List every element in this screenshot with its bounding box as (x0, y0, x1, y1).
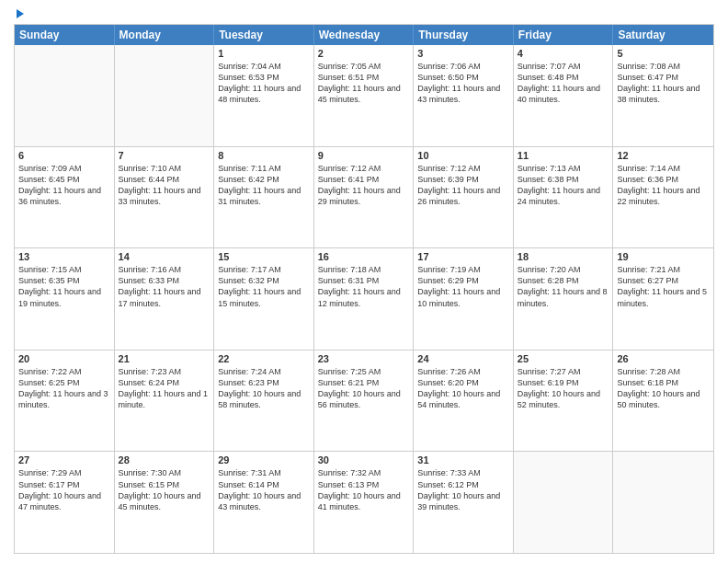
day-number: 1 (218, 48, 310, 59)
day-number: 28 (119, 454, 210, 465)
logo-triangle-icon (17, 9, 24, 18)
cell-text: Sunrise: 7:07 AM Sunset: 6:48 PM Dayligh… (518, 61, 609, 106)
calendar-header-cell: Monday (115, 25, 215, 45)
calendar-cell: 11Sunrise: 7:13 AM Sunset: 6:38 PM Dayli… (514, 147, 614, 248)
page: SundayMondayTuesdayWednesdayThursdayFrid… (0, 0, 728, 563)
cell-text: Sunrise: 7:08 AM Sunset: 6:47 PM Dayligh… (617, 61, 710, 106)
cell-text: Sunrise: 7:20 AM Sunset: 6:28 PM Dayligh… (518, 264, 609, 309)
calendar-header-cell: Tuesday (214, 25, 314, 45)
calendar-cell: 1Sunrise: 7:04 AM Sunset: 6:53 PM Daylig… (214, 45, 314, 146)
cell-text: Sunrise: 7:13 AM Sunset: 6:38 PM Dayligh… (518, 163, 609, 208)
cell-text: Sunrise: 7:04 AM Sunset: 6:53 PM Dayligh… (218, 61, 310, 106)
day-number: 23 (318, 353, 410, 364)
cell-text: Sunrise: 7:24 AM Sunset: 6:23 PM Dayligh… (218, 366, 310, 411)
day-number: 31 (417, 454, 509, 465)
day-number: 11 (518, 150, 609, 161)
calendar-header-cell: Wednesday (314, 25, 415, 45)
day-number: 3 (417, 48, 509, 59)
calendar-cell: 28Sunrise: 7:30 AM Sunset: 6:15 PM Dayli… (115, 452, 215, 553)
calendar-week: 13Sunrise: 7:15 AM Sunset: 6:35 PM Dayli… (15, 248, 713, 350)
day-number: 5 (617, 48, 710, 59)
calendar-cell: 26Sunrise: 7:28 AM Sunset: 6:18 PM Dayli… (613, 350, 713, 452)
calendar-cell (613, 452, 713, 553)
cell-text: Sunrise: 7:15 AM Sunset: 6:35 PM Dayligh… (18, 264, 110, 309)
day-number: 18 (518, 251, 609, 262)
day-number: 17 (417, 251, 509, 262)
cell-text: Sunrise: 7:31 AM Sunset: 6:14 PM Dayligh… (218, 467, 310, 512)
calendar-week: 6Sunrise: 7:09 AM Sunset: 6:45 PM Daylig… (15, 147, 713, 249)
day-number: 27 (18, 454, 110, 465)
calendar-cell: 25Sunrise: 7:27 AM Sunset: 6:19 PM Dayli… (514, 350, 614, 452)
calendar-cell: 5Sunrise: 7:08 AM Sunset: 6:47 PM Daylig… (613, 45, 713, 146)
day-number: 16 (318, 251, 410, 262)
cell-text: Sunrise: 7:18 AM Sunset: 6:31 PM Dayligh… (318, 264, 410, 309)
cell-text: Sunrise: 7:17 AM Sunset: 6:32 PM Dayligh… (218, 264, 310, 309)
cell-text: Sunrise: 7:32 AM Sunset: 6:13 PM Dayligh… (318, 467, 410, 512)
calendar-cell: 13Sunrise: 7:15 AM Sunset: 6:35 PM Dayli… (15, 248, 115, 350)
calendar-body: 1Sunrise: 7:04 AM Sunset: 6:53 PM Daylig… (15, 45, 713, 553)
cell-text: Sunrise: 7:30 AM Sunset: 6:15 PM Dayligh… (119, 467, 210, 512)
calendar-cell: 31Sunrise: 7:33 AM Sunset: 6:12 PM Dayli… (414, 452, 514, 553)
day-number: 10 (417, 150, 509, 161)
cell-text: Sunrise: 7:16 AM Sunset: 6:33 PM Dayligh… (119, 264, 210, 309)
calendar-cell: 2Sunrise: 7:05 AM Sunset: 6:51 PM Daylig… (314, 45, 415, 146)
cell-text: Sunrise: 7:14 AM Sunset: 6:36 PM Dayligh… (617, 163, 710, 208)
calendar-cell (115, 45, 215, 146)
calendar: SundayMondayTuesdayWednesdayThursdayFrid… (14, 24, 714, 554)
day-number: 25 (518, 353, 609, 364)
calendar-cell: 16Sunrise: 7:18 AM Sunset: 6:31 PM Dayli… (314, 248, 415, 350)
calendar-cell: 20Sunrise: 7:22 AM Sunset: 6:25 PM Dayli… (15, 350, 115, 452)
calendar-cell: 4Sunrise: 7:07 AM Sunset: 6:48 PM Daylig… (514, 45, 614, 146)
day-number: 12 (617, 150, 710, 161)
calendar-cell: 15Sunrise: 7:17 AM Sunset: 6:32 PM Dayli… (214, 248, 314, 350)
day-number: 14 (119, 251, 210, 262)
cell-text: Sunrise: 7:19 AM Sunset: 6:29 PM Dayligh… (417, 264, 509, 309)
calendar-header-cell: Sunday (15, 25, 115, 45)
day-number: 13 (18, 251, 110, 262)
day-number: 9 (318, 150, 410, 161)
calendar-cell: 22Sunrise: 7:24 AM Sunset: 6:23 PM Dayli… (214, 350, 314, 452)
day-number: 22 (218, 353, 310, 364)
calendar-header-cell: Friday (514, 25, 614, 45)
calendar-week: 20Sunrise: 7:22 AM Sunset: 6:25 PM Dayli… (15, 350, 713, 453)
calendar-cell: 14Sunrise: 7:16 AM Sunset: 6:33 PM Dayli… (115, 248, 215, 350)
cell-text: Sunrise: 7:26 AM Sunset: 6:20 PM Dayligh… (417, 366, 509, 411)
calendar-header-cell: Saturday (613, 25, 713, 45)
logo (14, 9, 24, 18)
cell-text: Sunrise: 7:28 AM Sunset: 6:18 PM Dayligh… (617, 366, 710, 411)
cell-text: Sunrise: 7:27 AM Sunset: 6:19 PM Dayligh… (518, 366, 609, 411)
calendar-cell: 3Sunrise: 7:06 AM Sunset: 6:50 PM Daylig… (414, 45, 514, 146)
day-number: 29 (218, 454, 310, 465)
calendar-cell: 10Sunrise: 7:12 AM Sunset: 6:39 PM Dayli… (414, 147, 514, 248)
calendar-cell: 8Sunrise: 7:11 AM Sunset: 6:42 PM Daylig… (214, 147, 314, 248)
calendar-header-cell: Thursday (414, 25, 514, 45)
calendar-cell: 30Sunrise: 7:32 AM Sunset: 6:13 PM Dayli… (314, 452, 415, 553)
calendar-cell: 23Sunrise: 7:25 AM Sunset: 6:21 PM Dayli… (314, 350, 415, 452)
cell-text: Sunrise: 7:21 AM Sunset: 6:27 PM Dayligh… (617, 264, 710, 309)
day-number: 6 (18, 150, 110, 161)
calendar-cell: 6Sunrise: 7:09 AM Sunset: 6:45 PM Daylig… (15, 147, 115, 248)
cell-text: Sunrise: 7:23 AM Sunset: 6:24 PM Dayligh… (119, 366, 210, 411)
day-number: 7 (119, 150, 210, 161)
calendar-cell: 17Sunrise: 7:19 AM Sunset: 6:29 PM Dayli… (414, 248, 514, 350)
day-number: 20 (18, 353, 110, 364)
calendar-cell: 7Sunrise: 7:10 AM Sunset: 6:44 PM Daylig… (115, 147, 215, 248)
day-number: 26 (617, 353, 710, 364)
cell-text: Sunrise: 7:09 AM Sunset: 6:45 PM Dayligh… (18, 163, 110, 208)
day-number: 15 (218, 251, 310, 262)
day-number: 30 (318, 454, 410, 465)
calendar-header-row: SundayMondayTuesdayWednesdayThursdayFrid… (15, 25, 713, 45)
day-number: 19 (617, 251, 710, 262)
calendar-cell: 19Sunrise: 7:21 AM Sunset: 6:27 PM Dayli… (613, 248, 713, 350)
calendar-cell (15, 45, 115, 146)
cell-text: Sunrise: 7:06 AM Sunset: 6:50 PM Dayligh… (417, 61, 509, 106)
calendar-cell: 24Sunrise: 7:26 AM Sunset: 6:20 PM Dayli… (414, 350, 514, 452)
day-number: 4 (518, 48, 609, 59)
cell-text: Sunrise: 7:12 AM Sunset: 6:39 PM Dayligh… (417, 163, 509, 208)
day-number: 21 (119, 353, 210, 364)
calendar-cell: 18Sunrise: 7:20 AM Sunset: 6:28 PM Dayli… (514, 248, 614, 350)
day-number: 24 (417, 353, 509, 364)
cell-text: Sunrise: 7:12 AM Sunset: 6:41 PM Dayligh… (318, 163, 410, 208)
calendar-cell: 9Sunrise: 7:12 AM Sunset: 6:41 PM Daylig… (314, 147, 415, 248)
calendar-week: 1Sunrise: 7:04 AM Sunset: 6:53 PM Daylig… (15, 45, 713, 147)
